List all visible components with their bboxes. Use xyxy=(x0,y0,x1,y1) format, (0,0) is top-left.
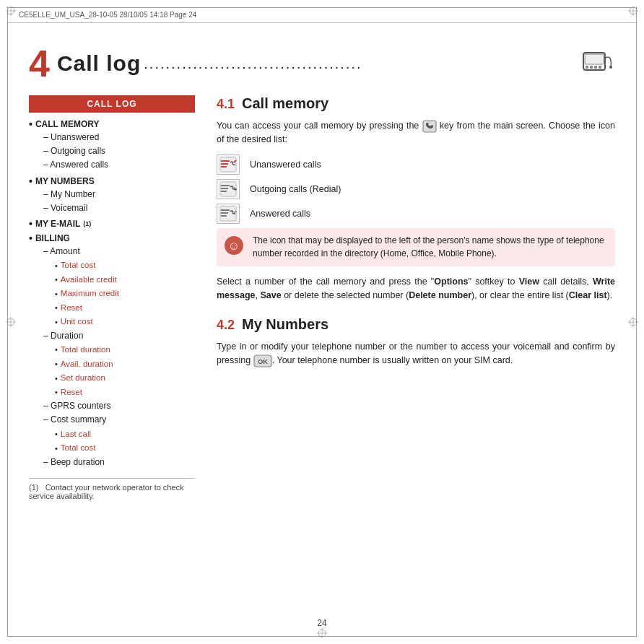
sidebar-item-billing: BILLING Amount Total cost Available cred… xyxy=(29,232,195,469)
sidebar-subsub-unitcost: Unit cost xyxy=(29,315,195,329)
sidebar-sub-beep: Beep duration xyxy=(29,456,195,469)
chapter-title: Call log xyxy=(57,51,141,76)
sidebar-sub-unanswered: Unanswered xyxy=(29,131,195,144)
chapter-number: 4 xyxy=(29,45,50,82)
icon-row-unanswered: Unanswered calls xyxy=(217,155,615,175)
svg-text:☺: ☺ xyxy=(228,240,240,252)
svg-rect-19 xyxy=(594,66,597,69)
sidebar-sub-outgoing: Outgoing calls xyxy=(29,144,195,158)
sidebar-subsub-totalcost2: Total cost xyxy=(29,441,195,456)
sidebar-top-billing: BILLING xyxy=(29,232,195,244)
two-col-layout: CALL LOG CALL MEMORY Unanswered Outgoing… xyxy=(29,95,615,615)
sidebar-subsub-totalcost: Total cost xyxy=(29,258,195,273)
info-box-icon: ☺ xyxy=(224,235,244,260)
icon-unanswered xyxy=(217,155,240,175)
section41-para2: Select a number of the call memory and p… xyxy=(217,275,615,303)
svg-rect-20 xyxy=(599,66,601,69)
section41-num: 4.1 xyxy=(217,97,235,112)
content-area: 4 Call log..............................… xyxy=(7,30,637,630)
svg-rect-16 xyxy=(585,54,604,64)
section42-para1: Type in or modify your telephone number … xyxy=(217,340,615,368)
section41-para1: You can access your call memory by press… xyxy=(217,119,615,147)
delete-number-label: Delete number xyxy=(409,290,471,300)
sidebar-sub-duration: Duration xyxy=(29,329,195,343)
sidebar-sub-mynumber: My Number xyxy=(29,188,195,201)
sidebar-subsub-lastcall: Last call xyxy=(29,427,195,442)
icon-row-outgoing: Outgoing calls (Redial) xyxy=(217,179,615,199)
sidebar-top-my-email: MY E-MAIL (1) xyxy=(29,218,195,230)
footnote: (1) Contact your network operator to che… xyxy=(29,478,195,500)
options-label: Options xyxy=(434,277,468,287)
sidebar: CALL LOG CALL MEMORY Unanswered Outgoing… xyxy=(29,95,195,615)
sidebar-subsub-availablecredit: Available credit xyxy=(29,273,195,287)
icon-answered xyxy=(217,204,240,224)
svg-text:OK: OK xyxy=(258,358,268,365)
svg-rect-17 xyxy=(586,66,588,69)
chapter-dots: ........................................ xyxy=(144,56,362,72)
icon-label-outgoing: Outgoing calls (Redial) xyxy=(250,184,341,194)
footnote-marker: (1) xyxy=(29,483,38,492)
section42-num: 4.2 xyxy=(217,318,235,333)
section41-heading: 4.1 Call memory xyxy=(217,95,615,112)
footnote-text: Contact your network operator to check s… xyxy=(29,483,184,500)
section42-title: My Numbers xyxy=(242,316,328,333)
sidebar-sub-voicemail: Voicemail xyxy=(29,201,195,215)
sidebar-item-my-email: MY E-MAIL (1) xyxy=(29,218,195,230)
sidebar-item-my-numbers: MY NUMBERS My Number Voicemail xyxy=(29,175,195,215)
main-content: 4.1 Call memory You can access your call… xyxy=(195,95,615,615)
icon-label-unanswered: Unanswered calls xyxy=(250,160,321,170)
svg-point-21 xyxy=(609,66,612,69)
sidebar-sub-gprs: GPRS counters xyxy=(29,399,195,413)
section41-title: Call memory xyxy=(242,95,328,112)
phone-key-icon xyxy=(422,119,437,133)
section42-heading: 4.2 My Numbers xyxy=(217,316,615,333)
sidebar-top-call-memory: CALL MEMORY xyxy=(29,118,195,130)
sidebar-nav: CALL MEMORY Unanswered Outgoing calls An… xyxy=(29,118,195,469)
icon-outgoing xyxy=(217,179,240,199)
ok-key-icon: OK xyxy=(253,354,272,367)
sidebar-top-my-numbers: MY NUMBERS xyxy=(29,175,195,187)
sidebar-subsub-reset1: Reset xyxy=(29,301,195,316)
chapter-icon xyxy=(580,47,615,81)
chapter-heading: 4 Call log..............................… xyxy=(29,45,615,82)
icon-row-answered: Answered calls xyxy=(217,204,615,224)
sidebar-item-call-memory: CALL MEMORY Unanswered Outgoing calls An… xyxy=(29,118,195,173)
clear-list-label: Clear list xyxy=(569,290,607,300)
sidebar-subsub-availduration: Avail. duration xyxy=(29,357,195,372)
sidebar-subsub-setduration: Set duration xyxy=(29,371,195,386)
info-box-text: The icon that may be displayed to the le… xyxy=(253,234,608,261)
sidebar-sub-amount: Amount xyxy=(29,245,195,258)
sidebar-header: CALL LOG xyxy=(29,95,195,113)
sidebar-sub-costsummary: Cost summary xyxy=(29,413,195,427)
info-box: ☺ The icon that may be displayed to the … xyxy=(217,228,615,266)
view-label: View xyxy=(519,277,539,287)
sidebar-subsub-reset2: Reset xyxy=(29,386,195,400)
sidebar-sub-answered: Answered calls xyxy=(29,158,195,172)
save-label: Save xyxy=(260,290,281,300)
sidebar-subsub-maxcredit: Maximum credit xyxy=(29,287,195,301)
sidebar-subsub-totalduration: Total duration xyxy=(29,343,195,357)
icon-label-answered: Answered calls xyxy=(250,209,310,219)
page-number: 24 xyxy=(317,618,326,628)
svg-rect-18 xyxy=(590,66,593,69)
